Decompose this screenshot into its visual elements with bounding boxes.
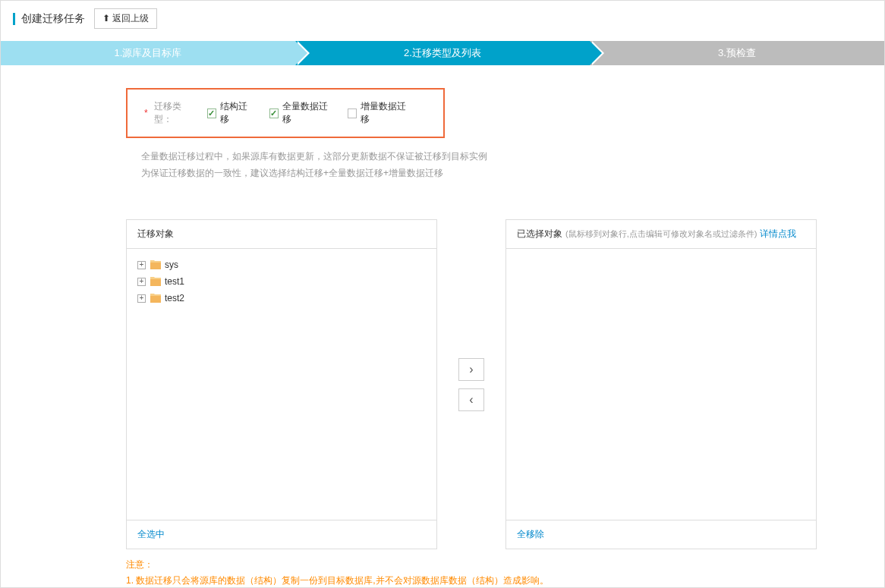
tree-item-label: sys: [165, 259, 178, 270]
notice-title: 注意：: [126, 557, 877, 572]
step-precheck[interactable]: 3.预检查: [590, 41, 884, 65]
checkbox-icon: [207, 108, 216, 118]
checkbox-full-data-migration[interactable]: 全量数据迁移: [269, 100, 332, 126]
migration-type-hint: 全量数据迁移过程中，如果源库有数据更新，这部分更新数据不保证被迁移到目标实例 为…: [141, 149, 877, 181]
folder-icon: [150, 294, 161, 303]
checkbox-icon: [269, 108, 279, 118]
expand-icon[interactable]: +: [137, 261, 146, 269]
selected-objects-panel: 已选择对象 (鼠标移到对象行,点击编辑可修改对象名或过滤条件) 详情点我 全移除: [505, 219, 817, 549]
page-title: 创建迁移任务: [21, 12, 85, 26]
source-panel-header: 迁移对象: [127, 220, 436, 249]
header-accent-bar: [13, 13, 15, 25]
required-mark: *: [144, 108, 148, 118]
checkbox-structure-migration[interactable]: 结构迁移: [207, 100, 253, 126]
move-right-button[interactable]: ›: [458, 358, 484, 381]
step-3-label: 3.预检查: [718, 47, 756, 58]
source-panel-footer: 全选中: [127, 520, 436, 549]
remove-all-link[interactable]: 全移除: [517, 529, 544, 539]
step-type-list[interactable]: 2.迁移类型及列表: [295, 41, 590, 65]
checkbox-label: 结构迁移: [220, 100, 253, 126]
hint-line-2: 为保证迁移数据的一致性，建议选择结构迁移+全量数据迁移+增量数据迁移: [141, 165, 877, 182]
back-button[interactable]: ⬆ 返回上级: [94, 8, 157, 29]
checkbox-incremental-migration[interactable]: 增量数据迁移: [348, 100, 410, 126]
tree-item[interactable]: + test1: [137, 273, 426, 290]
notice-line-1: 1. 数据迁移只会将源库的数据（结构）复制一份到目标数据库,并不会对源数据库数据…: [126, 573, 877, 588]
page-root: 创建迁移任务 ⬆ 返回上级 1.源库及目标库 2.迁移类型及列表 3.预检查 *…: [0, 0, 885, 588]
step-2-label: 2.迁移类型及列表: [404, 47, 481, 58]
content-area: * 迁移类型： 结构迁移 全量数据迁移 增量数据迁移 全量数据迁移过程中，如果源…: [1, 65, 884, 588]
tree-item-label: test2: [165, 293, 184, 303]
source-objects-panel: 迁移对象 + sys + test1 +: [126, 219, 437, 549]
migration-type-label: 迁移类型：: [154, 100, 195, 126]
selected-panel-body: [506, 249, 816, 520]
transfer-panels: 迁移对象 + sys + test1 +: [8, 219, 877, 549]
step-source-target[interactable]: 1.源库及目标库: [1, 41, 295, 65]
folder-icon: [150, 277, 161, 286]
folder-icon: [150, 260, 161, 269]
details-link[interactable]: 详情点我: [760, 228, 796, 241]
select-all-link[interactable]: 全选中: [137, 529, 165, 539]
up-arrow-icon: ⬆: [102, 13, 110, 24]
tree-item[interactable]: + test2: [137, 290, 426, 307]
back-button-label: 返回上级: [112, 13, 149, 24]
notice-block: 注意： 1. 数据迁移只会将源库的数据（结构）复制一份到目标数据库,并不会对源数…: [126, 557, 877, 588]
checkbox-label: 增量数据迁移: [361, 100, 410, 126]
checkbox-label: 全量数据迁移: [282, 100, 332, 126]
chevron-left-icon: ‹: [469, 393, 473, 407]
expand-icon[interactable]: +: [137, 278, 146, 286]
migration-type-box: * 迁移类型： 结构迁移 全量数据迁移 增量数据迁移: [126, 88, 445, 138]
hint-line-1: 全量数据迁移过程中，如果源库有数据更新，这部分更新数据不保证被迁移到目标实例: [141, 149, 877, 165]
move-left-button[interactable]: ‹: [458, 388, 484, 411]
selected-panel-sub: (鼠标移到对象行,点击编辑可修改对象名或过滤条件): [565, 228, 757, 240]
step-1-label: 1.源库及目标库: [115, 47, 182, 58]
transfer-arrows: › ‹: [458, 358, 484, 411]
chevron-right-icon: ›: [469, 363, 473, 376]
checkbox-icon: [348, 108, 357, 118]
selected-panel-title: 已选择对象: [517, 228, 562, 241]
selected-panel-header: 已选择对象 (鼠标移到对象行,点击编辑可修改对象名或过滤条件) 详情点我: [506, 220, 816, 249]
tree-item[interactable]: + sys: [137, 256, 426, 273]
page-header: 创建迁移任务 ⬆ 返回上级: [1, 1, 884, 36]
expand-icon[interactable]: +: [137, 294, 146, 303]
tree-item-label: test1: [165, 276, 184, 287]
source-panel-body: + sys + test1 + test2: [127, 249, 436, 520]
wizard-steps: 1.源库及目标库 2.迁移类型及列表 3.预检查: [1, 41, 884, 65]
selected-panel-footer: 全移除: [506, 520, 816, 549]
source-panel-title: 迁移对象: [137, 228, 174, 241]
